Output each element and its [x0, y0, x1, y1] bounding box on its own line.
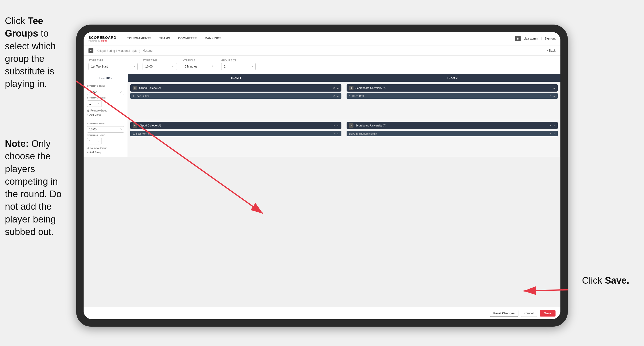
player3-name: 2. Blair McHarg: [133, 132, 152, 135]
back-button[interactable]: ‹ Back: [547, 49, 556, 52]
add-group2-label: Add Group: [90, 151, 101, 154]
reset-button[interactable]: Reset Changes: [490, 310, 518, 317]
group1-team2: S Scoreboard University (A) ✕ ▲ 1. Rees …: [344, 82, 560, 119]
team1-remove-icon[interactable]: ✕: [333, 86, 335, 90]
logo-brand: clippd: [101, 39, 108, 42]
intervals-input[interactable]: 5 Minutes ⏱: [182, 63, 216, 70]
start-time-field: Start Time 10:00 ⏱: [142, 59, 177, 70]
tee-groups-bold: Tee Groups: [5, 16, 43, 38]
group1-hole-input[interactable]: 1 ▾: [87, 100, 102, 107]
save-button[interactable]: Save: [540, 310, 556, 317]
player3-remove-icon[interactable]: ✕: [333, 132, 335, 135]
player4-remove-icon[interactable]: ✕: [549, 132, 552, 135]
team4-badge: S: [349, 123, 354, 128]
logo-powered: Powered by clippd: [88, 39, 116, 42]
group2-team1: C Clippd College (A) ✕ ▲ 2. Blair McHarg: [128, 119, 344, 157]
remove-group2-button[interactable]: 🗑 Remove Group: [87, 147, 124, 150]
hosting-label: Hosting: [142, 49, 153, 52]
nav-committee[interactable]: COMMITTEE: [174, 35, 200, 42]
trash-icon: 🗑: [87, 109, 90, 112]
tournament-gender: (Men): [132, 49, 140, 52]
player4-controls: ✕ ▲: [549, 132, 555, 135]
start-time-chevron: ⏱: [172, 65, 174, 68]
player3-card: 2. Blair McHarg ✕ ▲: [130, 131, 342, 136]
team1-up-icon[interactable]: ▲: [337, 87, 339, 89]
team3-up-icon[interactable]: ▲: [337, 124, 339, 127]
intervals-chevron: ⏱: [212, 65, 214, 68]
player2-name: 1. Rees Britt: [349, 94, 364, 97]
player1-name: 1. Rich Butler: [133, 94, 149, 97]
sub-header-title: Clippd Spring Invitational (Men): [96, 49, 140, 52]
th-team1: Team 1: [128, 74, 344, 82]
start-type-input[interactable]: 1st Tee Start ▾: [88, 63, 138, 70]
group1-time-value: 10:00: [89, 90, 96, 94]
team3-card: C Clippd College (A) ✕ ▲: [130, 122, 342, 129]
team4-up-icon[interactable]: ▲: [553, 124, 555, 127]
sub-header-badge: B: [88, 48, 94, 53]
team3-name: Clippd College (A): [139, 124, 161, 127]
group2-time-input[interactable]: 10:05 ⏱: [87, 126, 124, 133]
team3-card-left: C Clippd College (A): [133, 123, 161, 128]
logo-area: SCOREBOARD Powered by clippd: [88, 35, 116, 42]
intervals-field: Intervals 5 Minutes ⏱: [182, 59, 216, 70]
team1-card-right: ✕ ▲: [333, 86, 339, 90]
group-size-chevron: ▾: [252, 65, 253, 68]
team3-card-right: ✕ ▲: [333, 124, 339, 127]
group2-hole-value: 1: [89, 139, 91, 143]
nav-tournaments[interactable]: TOURNAMENTS: [124, 35, 155, 42]
player3-up-icon[interactable]: ▲: [337, 132, 339, 135]
add-icon1: +: [87, 113, 88, 116]
player4-up-icon[interactable]: ▲: [553, 132, 555, 135]
start-time-input[interactable]: 10:00 ⏱: [142, 63, 177, 70]
start-type-chevron: ▾: [134, 65, 135, 68]
nav-avatar: B: [515, 36, 520, 41]
remove-group2-label: Remove Group: [90, 147, 107, 150]
group2-hole-input[interactable]: 1 ▾: [87, 138, 102, 144]
groups-container: STARTING TIME: 10:00 ⏱ STARTING HOLE: 1 …: [84, 82, 560, 307]
remove-group1-label: Remove Group: [90, 109, 107, 112]
group1-time-input[interactable]: 10:00 ⏱: [87, 89, 124, 95]
group-size-field: Group Size 2 ▾: [221, 59, 256, 70]
group1-team1: C Clippd College (A) ✕ ▲ 1. Rich Butler: [128, 82, 344, 119]
nav-rankings[interactable]: RANKINGS: [201, 35, 225, 42]
navbar: SCOREBOARD Powered by clippd TOURNAMENTS…: [84, 32, 560, 45]
start-time-label: Start Time: [142, 59, 177, 62]
player3-controls: ✕ ▲: [333, 132, 339, 135]
group2-team2: S Scoreboard University (A) ✕ ▲ Dave Bil…: [344, 119, 560, 157]
team1-card: C Clippd College (A) ✕ ▲: [130, 84, 342, 92]
tablet-screen: SCOREBOARD Powered by clippd TOURNAMENTS…: [84, 32, 560, 319]
nav-user: blair admin: [524, 37, 538, 40]
player2-up-icon[interactable]: ▲: [553, 95, 555, 97]
note-text: Note: Only choose the players competing …: [0, 137, 76, 238]
team2-up-icon[interactable]: ▲: [553, 87, 555, 89]
group1-left: STARTING TIME: 10:00 ⏱ STARTING HOLE: 1 …: [84, 82, 128, 119]
group-size-input[interactable]: 2 ▾: [221, 63, 256, 70]
player2-remove-icon[interactable]: ✕: [549, 94, 552, 97]
add-icon2: +: [87, 151, 88, 154]
intervals-value: 5 Minutes: [184, 65, 198, 68]
add-group2-button[interactable]: + Add Group: [87, 151, 124, 154]
team3-remove-icon[interactable]: ✕: [333, 124, 335, 127]
logo-scoreboard: SCOREBOARD: [88, 35, 116, 39]
trash-icon2: 🗑: [87, 147, 90, 150]
cancel-button[interactable]: Cancel: [521, 310, 537, 317]
group1-hole-label: STARTING HOLE:: [87, 96, 124, 99]
remove-group1-button[interactable]: 🗑 Remove Group: [87, 109, 124, 112]
team2-remove-icon[interactable]: ✕: [549, 86, 552, 90]
player1-up-icon[interactable]: ▲: [337, 95, 339, 97]
team4-name: Scoreboard University (A): [356, 124, 386, 127]
team4-remove-icon[interactable]: ✕: [549, 124, 552, 127]
start-type-label: Start Type: [88, 59, 138, 62]
add-group1-button[interactable]: + Add Group: [87, 113, 124, 116]
group2-time-chevron: ⏱: [120, 128, 122, 131]
instruction-text: Click Tee Groups to select which group t…: [0, 15, 76, 90]
nav-teams[interactable]: TEAMS: [156, 35, 174, 42]
team4-card-right: ✕ ▲: [549, 124, 555, 127]
th-team2: Team 2: [344, 74, 560, 82]
team2-card-right: ✕ ▲: [549, 86, 555, 90]
nav-links: TOURNAMENTS TEAMS COMMITTEE RANKINGS: [124, 35, 515, 42]
sign-out-link[interactable]: Sign out: [545, 37, 556, 40]
player1-remove-icon[interactable]: ✕: [333, 94, 335, 97]
group1-hole-chevron: ▾: [98, 102, 100, 105]
settings-row: Start Type 1st Tee Start ▾ Start Time 10…: [84, 56, 560, 74]
